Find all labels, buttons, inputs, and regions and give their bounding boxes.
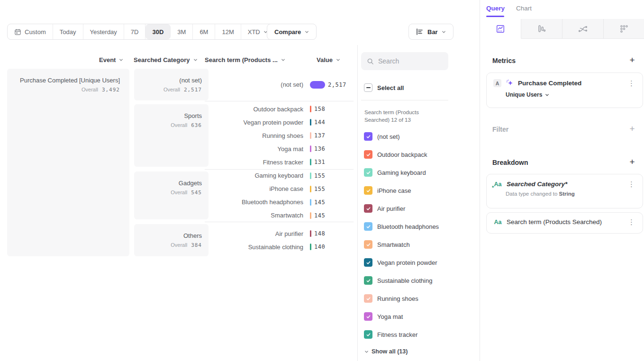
overall-value: 3,492 xyxy=(102,87,120,93)
term-label: Smartwatch xyxy=(205,212,303,219)
breakdown-card-search-term[interactable]: Aa Search term (Products Searched) ⋮ xyxy=(486,212,643,234)
metric-card-row: A Purchase Completed ⋮ xyxy=(487,73,643,87)
range-12m[interactable]: 12M xyxy=(215,24,241,39)
search-input[interactable] xyxy=(378,57,437,65)
metric-order-badge: A xyxy=(493,79,501,87)
show-all-label: Show all (13) xyxy=(372,348,408,355)
checkbox-smartwatch[interactable] xyxy=(364,240,372,249)
range-today[interactable]: Today xyxy=(53,24,83,39)
funnels-tab[interactable] xyxy=(521,19,562,39)
flows-tab[interactable] xyxy=(562,19,604,39)
event-sparkle-icon xyxy=(506,79,514,87)
value-bar[interactable] xyxy=(310,172,311,179)
value-bar[interactable] xyxy=(310,186,311,192)
category-label: Others xyxy=(183,232,202,240)
column-header-value[interactable]: Value xyxy=(317,55,340,64)
value-bar[interactable] xyxy=(310,132,311,139)
value-bar[interactable] xyxy=(310,145,311,152)
add-filter-button[interactable]: + xyxy=(627,124,637,134)
category-cell-gadgets[interactable]: GadgetsOverall545 xyxy=(134,171,209,219)
select-all-row[interactable]: Select all xyxy=(364,83,404,92)
value-bar[interactable] xyxy=(310,199,311,206)
range-3m[interactable]: 3M xyxy=(171,24,193,39)
metric-title: Purchase Completed xyxy=(518,80,581,87)
value-bar[interactable] xyxy=(310,106,311,112)
checkbox-iphone-case[interactable] xyxy=(364,186,372,195)
breakdown-menu-icon[interactable]: ⋮ xyxy=(627,219,636,226)
category-cell-sports[interactable]: SportsOverall636 xyxy=(134,104,209,167)
category-cell-others[interactable]: OthersOverall384 xyxy=(134,224,209,256)
checkbox-yoga-mat[interactable] xyxy=(364,312,372,321)
checkbox-outdoor-backpack[interactable] xyxy=(364,150,372,159)
checkbox-vegan-protein-powder[interactable] xyxy=(364,258,372,267)
range-label: 30D xyxy=(152,28,163,36)
column-header-search-term-products[interactable]: Search term (Products ... xyxy=(205,55,285,64)
term-row-yoga-mat: Yoga mat136 xyxy=(205,142,354,155)
add-metric-button[interactable]: + xyxy=(627,55,637,65)
checkbox-sustainable-clothing[interactable] xyxy=(364,276,372,285)
column-header-event[interactable]: Event xyxy=(99,55,123,64)
value-bar[interactable] xyxy=(310,159,311,165)
range-custom[interactable]: Custom xyxy=(8,24,53,39)
legend-item-not-set: (not set) xyxy=(364,132,400,141)
metric-card[interactable]: A Purchase Completed ⋮ Unique Users xyxy=(486,72,643,108)
value-bar[interactable] xyxy=(310,230,311,237)
add-breakdown-button[interactable]: + xyxy=(627,157,637,167)
checkbox-gaming-keyboard[interactable] xyxy=(364,168,372,177)
range-label: Custom xyxy=(25,28,46,36)
legend-item-label: iPhone case xyxy=(377,187,411,194)
compare-button[interactable]: Compare xyxy=(267,24,317,40)
select-all-label: Select all xyxy=(377,84,404,91)
checkbox-bluetooth-headphones[interactable] xyxy=(364,222,372,231)
checkbox-running-shoes[interactable] xyxy=(364,294,372,303)
column-header-label: Search term (Products ... xyxy=(205,56,278,63)
metric-menu-icon[interactable]: ⋮ xyxy=(627,80,636,87)
column-header-searched-category[interactable]: Searched Category xyxy=(134,55,198,64)
chart-type-button[interactable]: Bar xyxy=(408,24,454,40)
value-bar[interactable] xyxy=(310,119,311,126)
value-bar[interactable] xyxy=(310,212,311,219)
tab-query[interactable]: Query xyxy=(486,5,505,12)
category-label: Sports xyxy=(184,112,202,120)
legend-item-label: Yoga mat xyxy=(377,313,403,320)
checkbox-air-purifier[interactable] xyxy=(364,204,372,213)
range-7d[interactable]: 7D xyxy=(124,24,146,39)
category-cell-not-set[interactable]: (not set)Overall2,517 xyxy=(134,69,209,100)
range-label: 7D xyxy=(131,28,139,36)
measure-dropdown[interactable]: Unique Users xyxy=(487,87,643,98)
value-bar[interactable] xyxy=(310,81,325,89)
value-bar[interactable] xyxy=(310,244,311,250)
show-all-link[interactable]: Show all (13) xyxy=(364,347,408,356)
legend-item-label: Bluetooth headphones xyxy=(377,223,439,230)
legend-item-outdoor-backpack: Outdoor backpack xyxy=(364,150,427,159)
select-all-checkbox[interactable] xyxy=(364,83,372,92)
retention-tab[interactable] xyxy=(604,19,644,39)
term-label: Sustainable clothing xyxy=(205,244,303,251)
range-label: XTD xyxy=(248,28,260,36)
legend-item-label: (not set) xyxy=(377,133,400,140)
legend-search[interactable] xyxy=(361,52,448,70)
checkbox-fitness-tracker[interactable] xyxy=(364,330,372,339)
chevron-down-icon xyxy=(193,58,198,62)
breakdown-menu-icon[interactable]: ⋮ xyxy=(627,181,636,188)
legend-item-label: Smartwatch xyxy=(377,241,410,248)
funnels-icon xyxy=(537,24,546,34)
breakdown-card-searched-category[interactable]: Aa* Searched Category* ⋮ Data type chang… xyxy=(486,174,643,208)
compare-label: Compare xyxy=(274,28,301,36)
insights-tab[interactable] xyxy=(480,19,521,39)
value-label: 137 xyxy=(314,132,325,139)
chevron-down-icon xyxy=(364,350,369,354)
term-row-fitness-tracker: Fitness tracker131 xyxy=(205,155,354,169)
range-30d[interactable]: 30D xyxy=(145,24,171,39)
breakdown-card-row: Aa* Searched Category* ⋮ xyxy=(487,174,643,188)
tab-chart[interactable]: Chart xyxy=(516,5,532,12)
category-overall: Overall384 xyxy=(171,241,202,249)
insights-icon xyxy=(496,24,505,34)
chevron-down-icon xyxy=(545,93,549,97)
checkbox-not-set[interactable] xyxy=(364,132,372,141)
event-cell[interactable]: Purchase Completed [Unique Users] Overal… xyxy=(7,69,129,256)
range-yesterday[interactable]: Yesterday xyxy=(83,24,124,39)
value-label: 148 xyxy=(314,230,325,237)
term-row-iphone-case: iPhone case155 xyxy=(205,182,354,196)
range-6m[interactable]: 6M xyxy=(193,24,215,39)
